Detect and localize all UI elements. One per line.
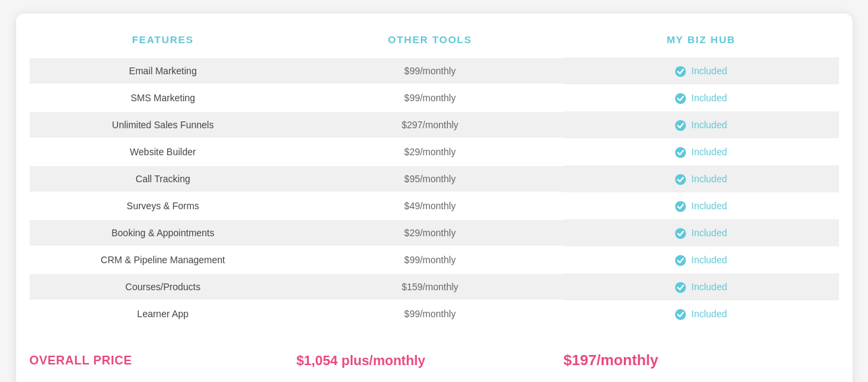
table-row: Courses/Products$159/monthlyIncluded bbox=[30, 273, 839, 300]
other-price: $159/monthly bbox=[401, 281, 458, 292]
svg-point-3 bbox=[675, 147, 686, 158]
included-label: Included bbox=[691, 119, 727, 130]
other-price: $29/monthly bbox=[404, 146, 455, 157]
other-price: $49/monthly bbox=[404, 200, 455, 211]
table-row: CRM & Pipeline Management$99/monthlyIncl… bbox=[30, 246, 839, 273]
other-price: $99/monthly bbox=[404, 92, 455, 103]
table-row: Learner App$99/monthlyIncluded bbox=[30, 300, 839, 327]
comparison-table: FEATURES OTHER TOOLS MY BIZ HUB Email Ma… bbox=[30, 34, 839, 369]
svg-point-9 bbox=[675, 309, 686, 320]
included-label: Included bbox=[691, 227, 727, 238]
table-row: Booking & Appointments$29/monthlyInclude… bbox=[30, 219, 839, 246]
table-row: SMS Marketing$99/monthlyIncluded bbox=[30, 84, 839, 111]
mybiz-total-price: $197/monthly bbox=[564, 352, 659, 369]
table-row: Call Tracking$95/monthlyIncluded bbox=[30, 165, 839, 192]
feature-name: Surveys & Forms bbox=[127, 200, 199, 211]
overall-price-label: OVERALL PRICE bbox=[30, 354, 132, 367]
check-icon bbox=[675, 92, 689, 103]
table-row: Unlimited Sales Funnels$297/monthlyInclu… bbox=[30, 111, 839, 138]
included-label: Included bbox=[691, 281, 727, 292]
feature-name: Email Marketing bbox=[129, 65, 196, 76]
check-icon bbox=[675, 146, 689, 157]
check-icon bbox=[675, 200, 689, 211]
svg-point-2 bbox=[675, 120, 686, 131]
check-icon bbox=[675, 308, 689, 319]
included-label: Included bbox=[691, 146, 727, 157]
feature-name: Learner App bbox=[137, 308, 188, 319]
header-mybiz: MY BIZ HUB bbox=[564, 34, 839, 57]
feature-name: Call Tracking bbox=[136, 173, 190, 184]
included-label: Included bbox=[691, 173, 727, 184]
svg-point-8 bbox=[675, 282, 686, 293]
feature-name: Unlimited Sales Funnels bbox=[112, 119, 214, 130]
table-row: Website Builder$29/monthlyIncluded bbox=[30, 138, 839, 165]
feature-name: SMS Marketing bbox=[131, 92, 196, 103]
included-label: Included bbox=[691, 254, 727, 265]
other-price: $99/monthly bbox=[404, 65, 455, 76]
check-icon bbox=[675, 281, 689, 292]
svg-point-1 bbox=[675, 93, 686, 104]
other-total-price: $1,054 plus/monthly bbox=[297, 353, 426, 368]
feature-name: CRM & Pipeline Management bbox=[100, 254, 225, 265]
other-price: $297/monthly bbox=[401, 119, 458, 130]
svg-point-6 bbox=[675, 228, 686, 239]
included-label: Included bbox=[691, 200, 727, 211]
header-features: FEATURES bbox=[30, 34, 297, 57]
check-icon bbox=[675, 173, 689, 184]
check-icon bbox=[675, 65, 689, 76]
check-icon bbox=[675, 227, 689, 238]
other-price: $29/monthly bbox=[404, 227, 455, 238]
table-row: Surveys & Forms$49/monthlyIncluded bbox=[30, 192, 839, 219]
feature-name: Booking & Appointments bbox=[111, 227, 214, 238]
other-price: $99/monthly bbox=[404, 308, 455, 319]
included-label: Included bbox=[691, 308, 727, 319]
feature-name: Website Builder bbox=[130, 146, 196, 157]
header-other-tools: OTHER TOOLS bbox=[297, 34, 564, 57]
svg-point-5 bbox=[675, 201, 686, 212]
svg-point-7 bbox=[675, 255, 686, 266]
table-row: Email Marketing$99/monthlyIncluded bbox=[30, 57, 839, 84]
included-label: Included bbox=[691, 92, 727, 103]
check-icon bbox=[675, 119, 689, 130]
other-price: $95/monthly bbox=[404, 173, 455, 184]
svg-point-0 bbox=[675, 66, 686, 77]
check-icon bbox=[675, 254, 689, 265]
other-price: $99/monthly bbox=[404, 254, 455, 265]
feature-name: Courses/Products bbox=[125, 281, 200, 292]
svg-point-4 bbox=[675, 174, 686, 185]
included-label: Included bbox=[691, 65, 727, 76]
comparison-card: FEATURES OTHER TOOLS MY BIZ HUB Email Ma… bbox=[16, 13, 852, 382]
